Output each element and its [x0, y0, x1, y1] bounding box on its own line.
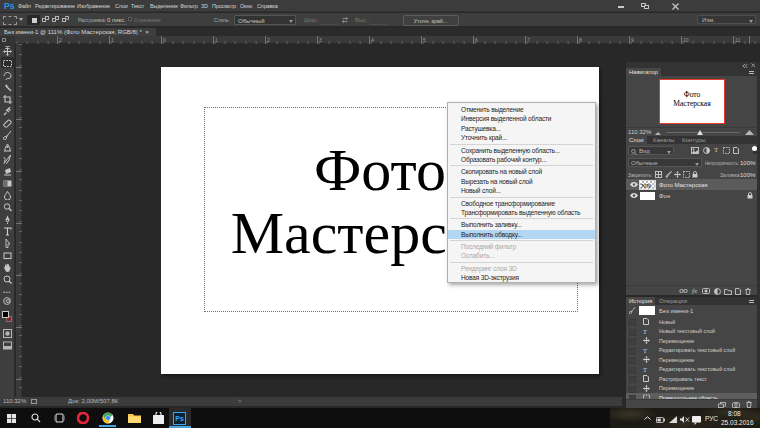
- svg-text:NN: NN: [641, 181, 651, 189]
